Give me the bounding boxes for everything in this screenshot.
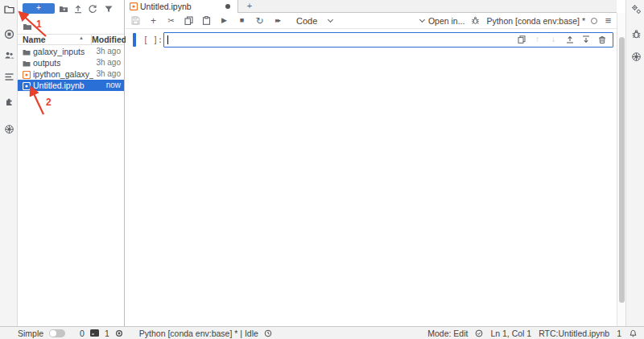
copy-cell-icon[interactable] bbox=[184, 16, 194, 25]
property-inspector-icon[interactable] bbox=[631, 4, 642, 14]
column-header-name[interactable]: Name bbox=[23, 35, 46, 45]
file-list-header: Name ▲ Modified bbox=[18, 34, 124, 45]
breadcrumb-home-icon[interactable] bbox=[23, 22, 32, 31]
cursor-position[interactable]: Ln 1, Col 1 bbox=[490, 329, 531, 338]
kernel-selector[interactable]: Python [conda env:base] * bbox=[486, 16, 585, 26]
running-kernels-icon[interactable] bbox=[4, 29, 14, 39]
tab-untitled-ipynb[interactable]: Untitled.ipynb bbox=[126, 0, 238, 13]
insert-cell-above-icon[interactable] bbox=[565, 35, 574, 43]
file-browser-toolbar: + bbox=[18, 0, 124, 19]
collaborators-icon[interactable] bbox=[4, 50, 14, 60]
bug-debugger-icon[interactable] bbox=[470, 16, 481, 25]
notebook-icon bbox=[23, 81, 31, 89]
folder-icon bbox=[23, 59, 31, 67]
notebook-icon bbox=[23, 70, 31, 78]
rtc-status[interactable]: RTC:Untitled.ipynb bbox=[539, 329, 609, 338]
toolbar-menu-icon[interactable]: ≡ bbox=[603, 15, 613, 26]
refresh-icon[interactable] bbox=[88, 4, 97, 14]
insert-cell-below-icon[interactable] bbox=[581, 35, 590, 43]
duplicate-cell-icon[interactable] bbox=[517, 35, 526, 43]
notebook-toolbar: + ✂ ▶ ■ ↻ ▸▸ Code Open in... bbox=[126, 13, 617, 29]
kernel-status-icon[interactable] bbox=[591, 18, 597, 24]
tab-bar: Untitled.ipynb + bbox=[126, 0, 617, 13]
file-row-outputs[interactable]: outputs 3h ago bbox=[18, 57, 124, 68]
move-cell-up-icon[interactable]: ↑ bbox=[533, 35, 542, 43]
run-cell-icon[interactable]: ▶ bbox=[219, 17, 229, 24]
simple-mode-toggle[interactable] bbox=[49, 329, 65, 337]
move-cell-down-icon[interactable]: ↓ bbox=[549, 35, 558, 43]
file-browser-icon[interactable] bbox=[4, 4, 14, 14]
table-of-contents-icon[interactable] bbox=[4, 72, 14, 82]
scrollbar-thumb[interactable] bbox=[619, 37, 625, 303]
debugger-icon[interactable] bbox=[631, 29, 642, 39]
open-in-caret-icon bbox=[419, 16, 425, 22]
notebook-icon bbox=[130, 2, 138, 12]
terminal-icon bbox=[90, 329, 99, 337]
sort-ascending-icon: ▲ bbox=[79, 35, 84, 40]
mode-indicator[interactable]: Mode: Edit bbox=[427, 329, 468, 338]
open-in-dropdown[interactable]: Open in... bbox=[428, 16, 465, 26]
cell-toolbar: ↑ ↓ bbox=[517, 35, 606, 43]
extensions-icon[interactable] bbox=[4, 97, 14, 107]
left-sidebar bbox=[0, 0, 18, 326]
kernel-sessions-icon bbox=[115, 329, 123, 337]
filter-icon[interactable] bbox=[104, 4, 114, 14]
cut-cell-icon[interactable]: ✂ bbox=[166, 17, 176, 25]
kernel-status-text[interactable]: Python [conda env:base] * | Idle bbox=[139, 329, 258, 338]
unsaved-changes-dot[interactable] bbox=[225, 4, 230, 9]
cell-collapser-bar[interactable] bbox=[133, 33, 136, 47]
kernels-count[interactable]: 1 bbox=[105, 329, 109, 338]
new-tab-button[interactable]: + bbox=[243, 1, 256, 12]
check-circle-icon bbox=[475, 329, 483, 337]
history-clock-icon bbox=[264, 329, 272, 337]
cell-type-value: Code bbox=[296, 16, 317, 26]
main-area: Untitled.ipynb + + ✂ ▶ ■ ↻ bbox=[126, 0, 617, 326]
web-grid-icon[interactable] bbox=[4, 124, 14, 134]
right-sidebar bbox=[625, 0, 644, 326]
restart-kernel-icon[interactable]: ↻ bbox=[254, 16, 265, 26]
code-cell: [ ]: ↑ ↓ bbox=[126, 31, 617, 51]
restart-run-all-icon[interactable]: ▸▸ bbox=[272, 17, 283, 24]
cell-prompt: [ ]: bbox=[143, 35, 163, 44]
chevron-down-icon bbox=[328, 16, 333, 22]
file-row-ipython-galaxy[interactable]: ipython_galaxy_... 3h ago bbox=[18, 68, 124, 80]
vertical-scrollbar bbox=[617, 13, 625, 326]
notifications-count: 1 bbox=[617, 329, 621, 338]
stop-kernel-icon[interactable]: ■ bbox=[237, 17, 247, 24]
folder-icon bbox=[23, 48, 31, 56]
upload-icon[interactable] bbox=[73, 4, 83, 14]
tab-title: Untitled.ipynb bbox=[140, 2, 192, 11]
cell-editor[interactable]: ↑ ↓ bbox=[163, 32, 613, 48]
paste-cell-icon[interactable] bbox=[201, 16, 212, 25]
column-header-modified[interactable]: Modified bbox=[91, 35, 124, 44]
terminals-count[interactable]: 0 bbox=[80, 329, 85, 338]
new-launcher-button[interactable]: + bbox=[23, 3, 55, 14]
bell-icon[interactable] bbox=[629, 329, 638, 337]
cell-type-dropdown[interactable]: Code bbox=[296, 16, 332, 26]
web-grid-icon[interactable] bbox=[631, 52, 642, 62]
save-icon[interactable] bbox=[130, 16, 141, 25]
add-cell-icon[interactable]: + bbox=[148, 16, 159, 26]
jupyterlab-window: + Name ▲ Modified galaxy_input bbox=[0, 0, 644, 339]
new-folder-icon[interactable] bbox=[59, 4, 68, 14]
text-cursor bbox=[167, 35, 168, 44]
delete-cell-icon[interactable] bbox=[597, 35, 606, 43]
status-bar: Simple 0 1 Python [conda env:base] * | I… bbox=[0, 326, 644, 339]
simple-mode-label: Simple bbox=[18, 329, 43, 338]
file-row-galaxy-inputs[interactable]: galaxy_inputs 3h ago bbox=[18, 46, 124, 57]
file-browser-panel: + Name ▲ Modified galaxy_input bbox=[18, 0, 125, 326]
file-row-untitled-ipynb[interactable]: Untitled.ipynb now bbox=[18, 80, 124, 91]
